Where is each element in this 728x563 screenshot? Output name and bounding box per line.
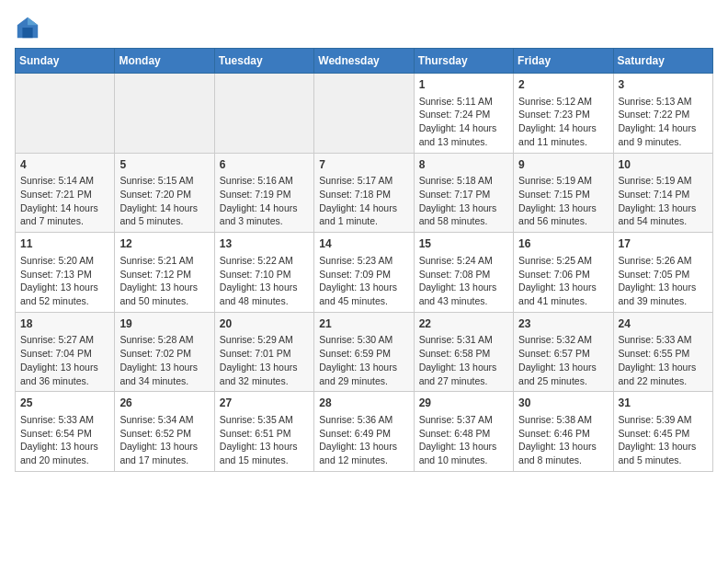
day-number: 25	[20, 396, 109, 411]
day-number: 15	[419, 236, 508, 252]
calendar-day-cell: 31Sunrise: 5:39 AM Sunset: 6:45 PM Dayli…	[613, 392, 712, 472]
calendar-day-cell: 4Sunrise: 5:14 AM Sunset: 7:21 PM Daylig…	[16, 153, 115, 233]
calendar-day-cell	[16, 74, 115, 154]
day-number: 1	[419, 77, 508, 93]
calendar-day-cell: 21Sunrise: 5:30 AM Sunset: 6:59 PM Dayli…	[314, 312, 414, 392]
day-info: Sunrise: 5:19 AM Sunset: 7:15 PM Dayligh…	[518, 174, 608, 228]
day-number: 24	[619, 316, 708, 332]
day-info: Sunrise: 5:19 AM Sunset: 7:14 PM Dayligh…	[619, 174, 708, 228]
calendar-day-cell: 12Sunrise: 5:21 AM Sunset: 7:12 PM Dayli…	[115, 233, 214, 313]
day-info: Sunrise: 5:27 AM Sunset: 7:04 PM Dayligh…	[20, 333, 109, 387]
logo	[15, 15, 44, 40]
day-number: 4	[20, 157, 109, 173]
day-info: Sunrise: 5:25 AM Sunset: 7:06 PM Dayligh…	[518, 254, 608, 308]
weekday-header: Tuesday	[214, 49, 313, 74]
calendar-day-cell: 30Sunrise: 5:38 AM Sunset: 6:46 PM Dayli…	[514, 392, 613, 472]
day-info: Sunrise: 5:33 AM Sunset: 6:54 PM Dayligh…	[20, 413, 109, 467]
day-number: 9	[518, 157, 608, 173]
day-info: Sunrise: 5:22 AM Sunset: 7:10 PM Dayligh…	[220, 254, 309, 308]
calendar-day-cell: 9Sunrise: 5:19 AM Sunset: 7:15 PM Daylig…	[514, 153, 613, 233]
calendar-day-cell: 24Sunrise: 5:33 AM Sunset: 6:55 PM Dayli…	[613, 312, 712, 392]
weekday-row: SundayMondayTuesdayWednesdayThursdayFrid…	[16, 49, 713, 74]
day-number: 27	[220, 396, 309, 411]
day-number: 22	[419, 316, 508, 332]
day-number: 8	[419, 157, 508, 173]
calendar-day-cell: 13Sunrise: 5:22 AM Sunset: 7:10 PM Dayli…	[214, 233, 313, 313]
day-info: Sunrise: 5:15 AM Sunset: 7:20 PM Dayligh…	[119, 174, 209, 228]
day-info: Sunrise: 5:26 AM Sunset: 7:05 PM Dayligh…	[619, 254, 708, 308]
calendar-week-row: 1Sunrise: 5:11 AM Sunset: 7:24 PM Daylig…	[16, 74, 713, 154]
calendar-day-cell: 1Sunrise: 5:11 AM Sunset: 7:24 PM Daylig…	[414, 74, 513, 154]
day-number: 31	[619, 396, 708, 411]
day-info: Sunrise: 5:24 AM Sunset: 7:08 PM Dayligh…	[419, 254, 508, 308]
day-number: 13	[220, 236, 309, 252]
weekday-header: Saturday	[613, 49, 712, 74]
day-number: 26	[119, 396, 209, 411]
day-info: Sunrise: 5:36 AM Sunset: 6:49 PM Dayligh…	[319, 413, 408, 467]
calendar-week-row: 18Sunrise: 5:27 AM Sunset: 7:04 PM Dayli…	[16, 312, 713, 392]
weekday-header: Thursday	[414, 49, 513, 74]
day-info: Sunrise: 5:35 AM Sunset: 6:51 PM Dayligh…	[220, 413, 309, 467]
day-info: Sunrise: 5:37 AM Sunset: 6:48 PM Dayligh…	[419, 413, 508, 467]
day-info: Sunrise: 5:16 AM Sunset: 7:19 PM Dayligh…	[220, 174, 309, 228]
calendar-day-cell: 20Sunrise: 5:29 AM Sunset: 7:01 PM Dayli…	[214, 312, 313, 392]
day-number: 18	[20, 316, 109, 332]
day-info: Sunrise: 5:11 AM Sunset: 7:24 PM Dayligh…	[419, 95, 508, 149]
calendar-day-cell: 19Sunrise: 5:28 AM Sunset: 7:02 PM Dayli…	[115, 312, 214, 392]
calendar-day-cell: 18Sunrise: 5:27 AM Sunset: 7:04 PM Dayli…	[16, 312, 115, 392]
logo-icon	[15, 15, 40, 40]
calendar-day-cell: 3Sunrise: 5:13 AM Sunset: 7:22 PM Daylig…	[613, 74, 712, 154]
day-info: Sunrise: 5:31 AM Sunset: 6:58 PM Dayligh…	[419, 333, 508, 387]
calendar-day-cell: 23Sunrise: 5:32 AM Sunset: 6:57 PM Dayli…	[514, 312, 613, 392]
day-info: Sunrise: 5:28 AM Sunset: 7:02 PM Dayligh…	[119, 333, 209, 387]
day-info: Sunrise: 5:33 AM Sunset: 6:55 PM Dayligh…	[619, 333, 708, 387]
calendar-week-row: 11Sunrise: 5:20 AM Sunset: 7:13 PM Dayli…	[16, 233, 713, 313]
day-number: 7	[319, 157, 408, 173]
calendar-week-row: 4Sunrise: 5:14 AM Sunset: 7:21 PM Daylig…	[16, 153, 713, 233]
calendar-day-cell: 27Sunrise: 5:35 AM Sunset: 6:51 PM Dayli…	[214, 392, 313, 472]
page-header	[15, 15, 713, 40]
day-number: 6	[220, 157, 309, 173]
day-number: 11	[20, 236, 109, 252]
day-number: 10	[619, 157, 708, 173]
day-info: Sunrise: 5:29 AM Sunset: 7:01 PM Dayligh…	[220, 333, 309, 387]
weekday-header: Monday	[115, 49, 214, 74]
day-info: Sunrise: 5:17 AM Sunset: 7:18 PM Dayligh…	[319, 174, 408, 228]
calendar-day-cell: 5Sunrise: 5:15 AM Sunset: 7:20 PM Daylig…	[115, 153, 214, 233]
day-number: 2	[518, 77, 608, 93]
calendar-day-cell: 29Sunrise: 5:37 AM Sunset: 6:48 PM Dayli…	[414, 392, 513, 472]
calendar-day-cell: 7Sunrise: 5:17 AM Sunset: 7:18 PM Daylig…	[314, 153, 414, 233]
day-number: 16	[518, 236, 608, 252]
day-number: 21	[319, 316, 408, 332]
calendar-day-cell: 25Sunrise: 5:33 AM Sunset: 6:54 PM Dayli…	[16, 392, 115, 472]
calendar-day-cell: 6Sunrise: 5:16 AM Sunset: 7:19 PM Daylig…	[214, 153, 313, 233]
day-info: Sunrise: 5:13 AM Sunset: 7:22 PM Dayligh…	[619, 95, 708, 149]
calendar-day-cell: 26Sunrise: 5:34 AM Sunset: 6:52 PM Dayli…	[115, 392, 214, 472]
day-info: Sunrise: 5:30 AM Sunset: 6:59 PM Dayligh…	[319, 333, 408, 387]
day-number: 30	[518, 396, 608, 411]
day-info: Sunrise: 5:18 AM Sunset: 7:17 PM Dayligh…	[419, 174, 508, 228]
day-number: 29	[419, 396, 508, 411]
day-number: 19	[119, 316, 209, 332]
day-number: 14	[319, 236, 408, 252]
day-number: 3	[619, 77, 708, 93]
day-info: Sunrise: 5:32 AM Sunset: 6:57 PM Dayligh…	[518, 333, 608, 387]
calendar-day-cell	[314, 74, 414, 154]
calendar-day-cell: 22Sunrise: 5:31 AM Sunset: 6:58 PM Dayli…	[414, 312, 513, 392]
day-info: Sunrise: 5:12 AM Sunset: 7:23 PM Dayligh…	[518, 95, 608, 149]
day-number: 20	[220, 316, 309, 332]
calendar-day-cell: 28Sunrise: 5:36 AM Sunset: 6:49 PM Dayli…	[314, 392, 414, 472]
day-info: Sunrise: 5:21 AM Sunset: 7:12 PM Dayligh…	[119, 254, 209, 308]
calendar-day-cell	[214, 74, 313, 154]
calendar-day-cell: 17Sunrise: 5:26 AM Sunset: 7:05 PM Dayli…	[613, 233, 712, 313]
day-info: Sunrise: 5:38 AM Sunset: 6:46 PM Dayligh…	[518, 413, 608, 467]
calendar-day-cell: 8Sunrise: 5:18 AM Sunset: 7:17 PM Daylig…	[414, 153, 513, 233]
day-info: Sunrise: 5:14 AM Sunset: 7:21 PM Dayligh…	[20, 174, 109, 228]
calendar-body: 1Sunrise: 5:11 AM Sunset: 7:24 PM Daylig…	[16, 74, 713, 472]
calendar-day-cell: 2Sunrise: 5:12 AM Sunset: 7:23 PM Daylig…	[514, 74, 613, 154]
day-number: 23	[518, 316, 608, 332]
day-info: Sunrise: 5:20 AM Sunset: 7:13 PM Dayligh…	[20, 254, 109, 308]
calendar-day-cell	[115, 74, 214, 154]
calendar-header: SundayMondayTuesdayWednesdayThursdayFrid…	[16, 49, 713, 74]
calendar-day-cell: 16Sunrise: 5:25 AM Sunset: 7:06 PM Dayli…	[514, 233, 613, 313]
